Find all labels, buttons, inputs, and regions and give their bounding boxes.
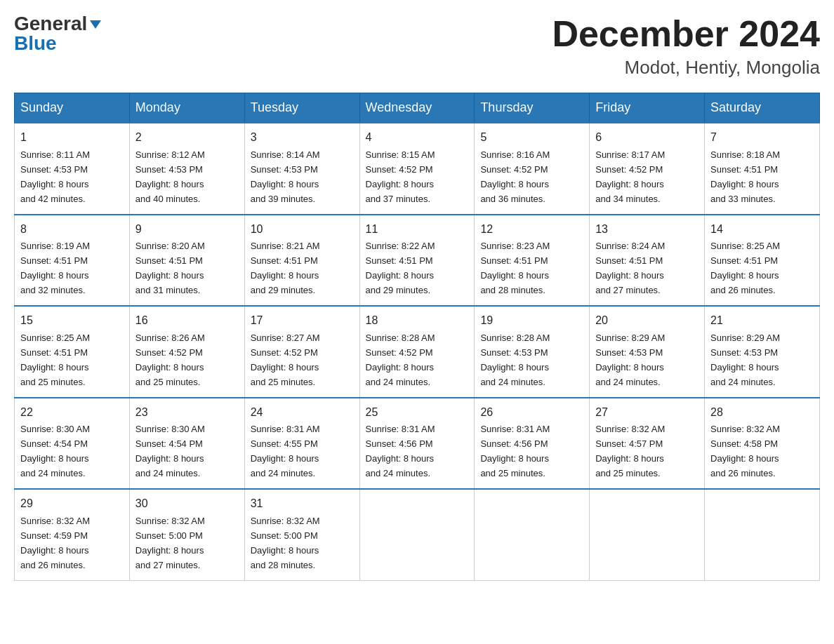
day-number: 19: [480, 312, 583, 330]
day-info: Sunrise: 8:20 AMSunset: 4:51 PMDaylight:…: [135, 241, 205, 295]
calendar-cell: 13Sunrise: 8:24 AMSunset: 4:51 PMDayligh…: [590, 215, 705, 306]
calendar-cell: 31Sunrise: 8:32 AMSunset: 5:00 PMDayligh…: [244, 489, 359, 580]
calendar-cell: 20Sunrise: 8:29 AMSunset: 4:53 PMDayligh…: [590, 306, 705, 397]
day-number: 11: [366, 221, 469, 239]
header-friday: Friday: [590, 93, 705, 123]
day-info: Sunrise: 8:11 AMSunset: 4:53 PMDaylight:…: [20, 149, 90, 204]
day-info: Sunrise: 8:15 AMSunset: 4:52 PMDaylight:…: [366, 149, 435, 204]
day-number: 18: [366, 312, 469, 330]
header-monday: Monday: [129, 93, 244, 123]
day-info: Sunrise: 8:32 AMSunset: 5:00 PMDaylight:…: [135, 516, 205, 570]
day-number: 25: [366, 404, 469, 422]
title-block: December 2024 Modot, Hentiy, Mongolia: [552, 14, 820, 79]
calendar-cell: 12Sunrise: 8:23 AMSunset: 4:51 PMDayligh…: [475, 215, 590, 306]
calendar-cell: 4Sunrise: 8:15 AMSunset: 4:52 PMDaylight…: [359, 123, 475, 214]
month-title: December 2024: [552, 14, 820, 54]
calendar-cell: [475, 489, 590, 580]
calendar-header-row: SundayMondayTuesdayWednesdayThursdayFrid…: [15, 93, 820, 123]
week-row-4: 22Sunrise: 8:30 AMSunset: 4:54 PMDayligh…: [15, 398, 820, 489]
logo-blue-text: Blue: [14, 34, 57, 53]
calendar-cell: 18Sunrise: 8:28 AMSunset: 4:52 PMDayligh…: [359, 306, 475, 397]
day-info: Sunrise: 8:32 AMSunset: 4:58 PMDaylight:…: [710, 424, 780, 478]
header-saturday: Saturday: [705, 93, 820, 123]
day-number: 17: [251, 312, 354, 330]
day-info: Sunrise: 8:17 AMSunset: 4:52 PMDaylight:…: [595, 149, 665, 204]
day-number: 9: [135, 221, 239, 239]
calendar-cell: 24Sunrise: 8:31 AMSunset: 4:55 PMDayligh…: [244, 398, 359, 489]
day-number: 27: [595, 404, 699, 422]
calendar-cell: 11Sunrise: 8:22 AMSunset: 4:51 PMDayligh…: [359, 215, 475, 306]
calendar-cell: 29Sunrise: 8:32 AMSunset: 4:59 PMDayligh…: [15, 489, 130, 580]
calendar-cell: 7Sunrise: 8:18 AMSunset: 4:51 PMDaylight…: [705, 123, 820, 214]
day-number: 15: [20, 312, 124, 330]
calendar-cell: 6Sunrise: 8:17 AMSunset: 4:52 PMDaylight…: [590, 123, 705, 214]
day-number: 1: [20, 129, 124, 147]
day-number: 12: [480, 221, 583, 239]
day-number: 21: [710, 312, 814, 330]
header-sunday: Sunday: [15, 93, 130, 123]
header-wednesday: Wednesday: [359, 93, 475, 123]
day-number: 20: [595, 312, 699, 330]
calendar-table: SundayMondayTuesdayWednesdayThursdayFrid…: [14, 93, 820, 580]
day-info: Sunrise: 8:25 AMSunset: 4:51 PMDaylight:…: [20, 333, 90, 387]
week-row-1: 1Sunrise: 8:11 AMSunset: 4:53 PMDaylight…: [15, 123, 820, 214]
day-info: Sunrise: 8:24 AMSunset: 4:51 PMDaylight:…: [595, 241, 665, 295]
week-row-3: 15Sunrise: 8:25 AMSunset: 4:51 PMDayligh…: [15, 306, 820, 397]
day-number: 29: [20, 495, 124, 513]
day-info: Sunrise: 8:30 AMSunset: 4:54 PMDaylight:…: [135, 424, 205, 478]
day-info: Sunrise: 8:21 AMSunset: 4:51 PMDaylight:…: [251, 241, 320, 295]
day-number: 2: [135, 129, 239, 147]
calendar-cell: 17Sunrise: 8:27 AMSunset: 4:52 PMDayligh…: [244, 306, 359, 397]
day-info: Sunrise: 8:28 AMSunset: 4:52 PMDaylight:…: [366, 333, 435, 387]
header-tuesday: Tuesday: [244, 93, 359, 123]
calendar-cell: 19Sunrise: 8:28 AMSunset: 4:53 PMDayligh…: [475, 306, 590, 397]
calendar-cell: 15Sunrise: 8:25 AMSunset: 4:51 PMDayligh…: [15, 306, 130, 397]
day-number: 6: [595, 129, 699, 147]
day-number: 8: [20, 221, 124, 239]
calendar-cell: 23Sunrise: 8:30 AMSunset: 4:54 PMDayligh…: [129, 398, 244, 489]
day-info: Sunrise: 8:19 AMSunset: 4:51 PMDaylight:…: [20, 241, 90, 295]
day-number: 7: [710, 129, 814, 147]
day-number: 13: [595, 221, 699, 239]
calendar-cell: [359, 489, 475, 580]
day-info: Sunrise: 8:29 AMSunset: 4:53 PMDaylight:…: [595, 333, 665, 387]
calendar-cell: 5Sunrise: 8:16 AMSunset: 4:52 PMDaylight…: [475, 123, 590, 214]
calendar-cell: 22Sunrise: 8:30 AMSunset: 4:54 PMDayligh…: [15, 398, 130, 489]
day-number: 5: [480, 129, 583, 147]
day-info: Sunrise: 8:29 AMSunset: 4:53 PMDaylight:…: [710, 333, 780, 387]
calendar-cell: 1Sunrise: 8:11 AMSunset: 4:53 PMDaylight…: [15, 123, 130, 214]
calendar-cell: [705, 489, 820, 580]
day-info: Sunrise: 8:31 AMSunset: 4:56 PMDaylight:…: [480, 424, 550, 478]
logo: General Blue: [14, 14, 101, 53]
day-number: 26: [480, 404, 583, 422]
logo-general-text: General: [14, 14, 87, 34]
day-info: Sunrise: 8:27 AMSunset: 4:52 PMDaylight:…: [251, 333, 320, 387]
day-number: 3: [251, 129, 354, 147]
day-info: Sunrise: 8:32 AMSunset: 4:57 PMDaylight:…: [595, 424, 665, 478]
day-info: Sunrise: 8:23 AMSunset: 4:51 PMDaylight:…: [480, 241, 550, 295]
calendar-cell: 10Sunrise: 8:21 AMSunset: 4:51 PMDayligh…: [244, 215, 359, 306]
calendar-cell: 27Sunrise: 8:32 AMSunset: 4:57 PMDayligh…: [590, 398, 705, 489]
calendar-cell: 8Sunrise: 8:19 AMSunset: 4:51 PMDaylight…: [15, 215, 130, 306]
day-info: Sunrise: 8:14 AMSunset: 4:53 PMDaylight:…: [251, 149, 320, 204]
calendar-cell: 14Sunrise: 8:25 AMSunset: 4:51 PMDayligh…: [705, 215, 820, 306]
day-number: 31: [251, 495, 354, 513]
day-number: 24: [251, 404, 354, 422]
day-info: Sunrise: 8:12 AMSunset: 4:53 PMDaylight:…: [135, 149, 205, 204]
day-number: 30: [135, 495, 239, 513]
calendar-cell: 28Sunrise: 8:32 AMSunset: 4:58 PMDayligh…: [705, 398, 820, 489]
calendar-cell: 3Sunrise: 8:14 AMSunset: 4:53 PMDaylight…: [244, 123, 359, 214]
day-info: Sunrise: 8:18 AMSunset: 4:51 PMDaylight:…: [710, 149, 780, 204]
header-thursday: Thursday: [475, 93, 590, 123]
day-info: Sunrise: 8:32 AMSunset: 5:00 PMDaylight:…: [251, 516, 320, 570]
page-header: General Blue December 2024 Modot, Hentiy…: [14, 14, 820, 79]
calendar-cell: 2Sunrise: 8:12 AMSunset: 4:53 PMDaylight…: [129, 123, 244, 214]
day-number: 10: [251, 221, 354, 239]
week-row-5: 29Sunrise: 8:32 AMSunset: 4:59 PMDayligh…: [15, 489, 820, 580]
calendar-cell: 21Sunrise: 8:29 AMSunset: 4:53 PMDayligh…: [705, 306, 820, 397]
day-info: Sunrise: 8:30 AMSunset: 4:54 PMDaylight:…: [20, 424, 90, 478]
day-info: Sunrise: 8:22 AMSunset: 4:51 PMDaylight:…: [366, 241, 435, 295]
day-info: Sunrise: 8:26 AMSunset: 4:52 PMDaylight:…: [135, 333, 205, 387]
day-number: 23: [135, 404, 239, 422]
day-number: 28: [710, 404, 814, 422]
